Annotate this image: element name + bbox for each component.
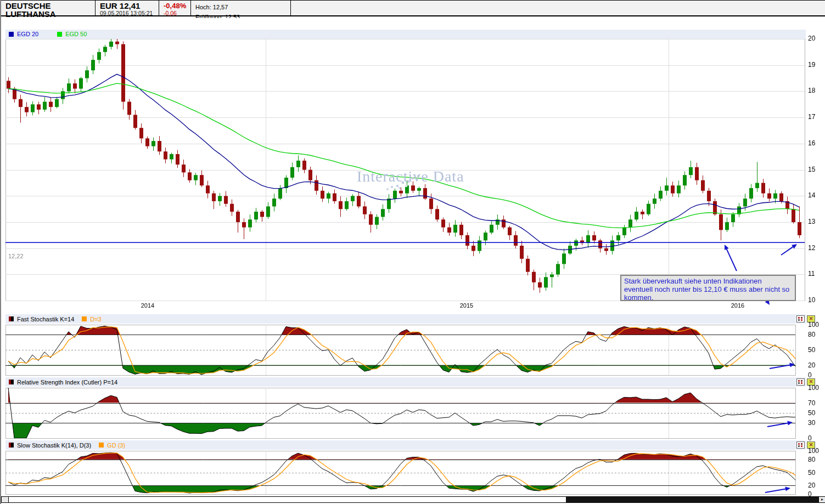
scrollbar-handle[interactable] (566, 497, 818, 502)
panel-properties-button[interactable] (796, 441, 805, 449)
egd20-legend-swatch (9, 32, 14, 37)
year-axis-label: 2016 (727, 302, 749, 309)
scrollbar-left-button[interactable] (2, 497, 9, 502)
indicator-axis-tick: 100 (808, 447, 824, 455)
high-value: 12,57 (213, 4, 228, 10)
fast-stochastic-d-label[interactable]: D=3 (90, 316, 102, 322)
ohlc-section: Hoch: 12,57 Eröffnung: 12,53 Tief: 12,39… (191, 1, 291, 15)
fast-stochastic-header: Fast Stochastik K=14 D=3 (5, 314, 806, 324)
price-axis-tick: 14 (808, 191, 824, 199)
slow-stochastic-gd-swatch (99, 443, 104, 448)
main-chart-legend: EGD 20 EGD 50 (5, 30, 806, 39)
slow-stochastic-panel: Slow Stochastik K(14), D(3) GD (3) ✕ 100… (1, 440, 825, 495)
egd50-legend-swatch (57, 32, 62, 37)
panel-properties-button[interactable] (796, 378, 805, 386)
quote-datetime: 09.05.2016 13:05:21 (100, 10, 154, 16)
price-axis-tick: 16 (808, 139, 824, 147)
instrument-name: DEUTSCHE LUFTHANSA (5, 2, 91, 18)
rsi-title[interactable]: Relative Strength Index (Cutler) P=14 (17, 379, 117, 386)
slow-stochastic-canvas[interactable] (1, 450, 825, 495)
egd50-legend-label[interactable]: EGD 50 (65, 31, 87, 37)
chart-window: DEUTSCHE LUFTHANSA 823212 / DE0008232125… (0, 0, 825, 504)
indicator-axis-tick: 100 (808, 384, 824, 392)
indicator-axis-tick: 20 (808, 482, 824, 489)
quote-header: DEUTSCHE LUFTHANSA 823212 / DE0008232125… (1, 0, 825, 16)
main-chart-canvas[interactable] (1, 18, 825, 314)
indicator-axis-tick: 50 (808, 469, 824, 477)
high-pair: Hoch: 12,57 (195, 4, 228, 11)
fast-stochastic-d-swatch (82, 316, 87, 321)
year-axis-label: 2014 (137, 302, 159, 309)
slow-stochastic-header: Slow Stochastik K(14), D(3) GD (3) (5, 440, 806, 450)
slow-stochastic-gd-label[interactable]: GD (3) (107, 442, 125, 449)
price-axis-tick: 10 (808, 296, 824, 304)
instrument-section: DEUTSCHE LUFTHANSA 823212 / DE0008232125… (1, 1, 96, 15)
change-absolute: -0,06 (164, 10, 186, 16)
price-axis-tick: 19 (808, 61, 824, 69)
year-axis-label: 2015 (456, 302, 478, 309)
indicator-axis-tick: 80 (808, 331, 824, 338)
price-axis-tick: 18 (808, 87, 824, 94)
change-section: -0,48% -0,06 (159, 1, 191, 15)
price-section: EUR 12,41 09.05.2016 13:05:21 (96, 1, 159, 15)
last-price: EUR 12,41 (100, 2, 154, 10)
price-axis-tick: 13 (808, 218, 824, 225)
horizontal-scrollbar: ▸ (1, 496, 825, 503)
fast-stochastic-canvas[interactable] (1, 324, 825, 376)
rsi-swatch (9, 380, 14, 384)
indicator-axis-tick: 30 (808, 419, 824, 427)
slow-stochastic-swatch (9, 443, 14, 448)
indicator-axis-tick: 80 (808, 456, 824, 463)
indicator-axis-tick: 50 (808, 409, 824, 417)
indicator-axis-tick: 20 (808, 361, 824, 369)
slow-stochastic-title[interactable]: Slow Stochastik K(14), D(3) (17, 442, 91, 449)
indicator-axis-tick: 70 (808, 399, 824, 407)
rsi-panel: Relative Strength Index (Cutler) P=14 ✕ … (1, 377, 825, 439)
indicator-axis-tick: 100 (808, 321, 824, 329)
price-axis-tick: 15 (808, 166, 824, 173)
main-chart-panel: EGD 20 EGD 50 Interactive Data 12,22 Sta… (1, 18, 825, 314)
rsi-header: Relative Strength Index (Cutler) P=14 (5, 377, 806, 387)
watermark: Interactive Data (357, 168, 464, 185)
fast-stochastic-panel: Fast Stochastik K=14 D=3 ✕ 1008050200 (1, 314, 825, 376)
change-percent: -0,48% (164, 2, 186, 10)
price-axis-tick: 17 (808, 113, 824, 121)
chart-annotation-note[interactable]: Stark überverkauft siehe unten Indikatio… (620, 275, 796, 301)
price-axis-tick: 20 (808, 35, 824, 42)
fast-stochastic-swatch (9, 316, 14, 321)
egd20-legend-label[interactable]: EGD 20 (17, 31, 38, 37)
price-axis-tick: 12 (808, 244, 824, 252)
header-spacer (291, 1, 825, 15)
fast-stochastic-title[interactable]: Fast Stochastik K=14 (17, 316, 74, 322)
price-axis-tick: 11 (808, 270, 824, 278)
indicator-axis-tick: 50 (808, 346, 824, 354)
scrollbar-right-button[interactable]: ▸ (818, 497, 825, 502)
rsi-canvas[interactable] (1, 387, 825, 439)
panel-properties-button[interactable] (796, 315, 805, 322)
support-line-label: 12,22 (8, 253, 24, 259)
